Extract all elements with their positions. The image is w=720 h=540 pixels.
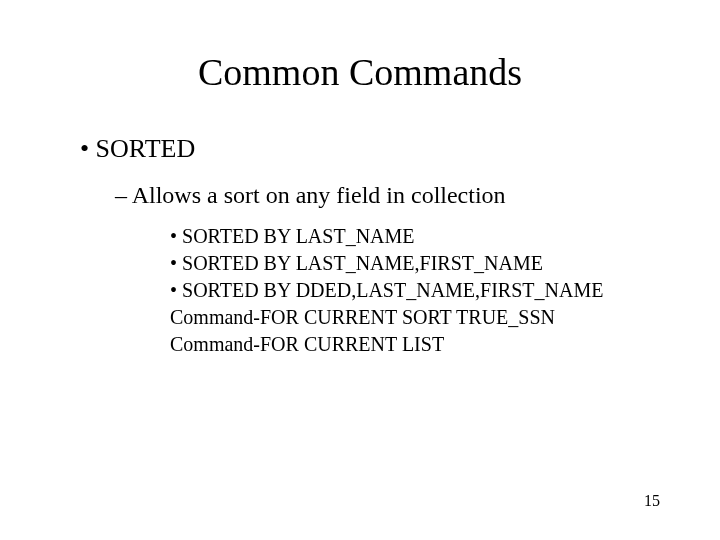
bullet-level3-item: Command-FOR CURRENT SORT TRUE_SSN [170, 304, 660, 331]
bullet-level1: SORTED [80, 134, 660, 164]
bullet-level2: Allows a sort on any field in collection [115, 182, 660, 209]
bullet-level3-item: SORTED BY DDED,LAST_NAME,FIRST_NAME [170, 277, 660, 304]
bullet-level3-item: Command-FOR CURRENT LIST [170, 331, 660, 358]
bullet-level3-item: SORTED BY LAST_NAME [170, 223, 660, 250]
slide-title: Common Commands [60, 50, 660, 94]
page-number: 15 [644, 492, 660, 510]
bullet-level3-item: SORTED BY LAST_NAME,FIRST_NAME [170, 250, 660, 277]
